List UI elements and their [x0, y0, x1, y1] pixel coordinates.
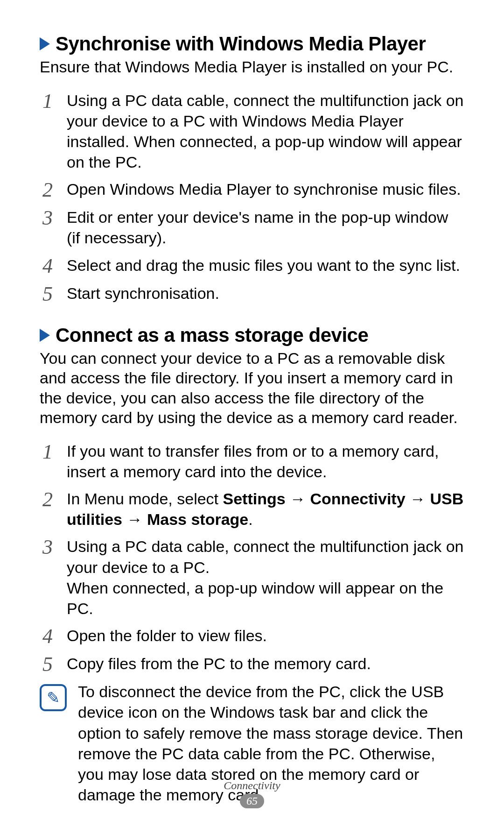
- step-number: 1: [40, 91, 56, 112]
- section-2-steps: 1 If you want to transfer files from or …: [40, 441, 464, 675]
- step-number: 4: [40, 256, 56, 276]
- page-number-badge: 65: [240, 794, 264, 808]
- step-item: 1 If you want to transfer files from or …: [40, 441, 464, 482]
- footer-section-name: Connectivity: [0, 779, 504, 792]
- step-item: 2 In Menu mode, select Settings → Connec…: [40, 488, 464, 530]
- manual-page: Synchronise with Windows Media Player En…: [0, 0, 504, 827]
- step-item: 4 Select and drag the music files you wa…: [40, 255, 464, 276]
- step-item: 2 Open Windows Media Player to synchroni…: [40, 179, 464, 200]
- step-item: 5 Start synchronisation.: [40, 283, 464, 304]
- step-item: 1 Using a PC data cable, connect the mul…: [40, 90, 464, 173]
- step-item: 5 Copy files from the PC to the memory c…: [40, 653, 464, 675]
- step-text: If you want to transfer files from or to…: [67, 441, 464, 482]
- step-item: 3 Edit or enter your device's name in th…: [40, 207, 464, 248]
- step-text: Select and drag the music files you want…: [67, 255, 464, 276]
- step-text: Using a PC data cable, connect the multi…: [67, 536, 464, 619]
- step-text: Copy files from the PC to the memory car…: [67, 653, 464, 674]
- step-item: 4 Open the folder to view files.: [40, 625, 464, 647]
- step-number: 5: [40, 654, 56, 675]
- step-text: Using a PC data cable, connect the multi…: [67, 90, 464, 173]
- step-text: Open the folder to view files.: [67, 625, 464, 646]
- step-number: 3: [40, 208, 56, 228]
- step-text-post: .: [248, 510, 252, 528]
- step-number: 2: [40, 489, 56, 510]
- section-1-title: Synchronise with Windows Media Player: [56, 33, 426, 55]
- section-2-title: Connect as a mass storage device: [56, 324, 368, 346]
- page-footer: Connectivity 65: [0, 779, 504, 808]
- step-number: 1: [40, 442, 56, 462]
- section-2-heading: Connect as a mass storage device: [40, 324, 464, 346]
- chevron-right-icon: [40, 329, 50, 342]
- step-number: 5: [40, 284, 56, 304]
- step-number: 2: [40, 180, 56, 200]
- step-text: Start synchronisation.: [67, 283, 464, 304]
- chevron-right-icon: [40, 37, 50, 50]
- section-1-heading: Synchronise with Windows Media Player: [40, 33, 464, 55]
- step-number: 3: [40, 537, 56, 558]
- note-icon: ✎: [40, 684, 67, 711]
- step-text: In Menu mode, select Settings → Connecti…: [67, 488, 464, 530]
- section-1-steps: 1 Using a PC data cable, connect the mul…: [40, 90, 464, 304]
- pencil-note-icon: ✎: [47, 690, 60, 706]
- step-text: Open Windows Media Player to synchronise…: [67, 179, 464, 199]
- step-text: Edit or enter your device's name in the …: [67, 207, 464, 248]
- step-number: 4: [40, 626, 56, 647]
- section-2-intro: You can connect your device to a PC as a…: [40, 348, 464, 428]
- step-text-pre: In Menu mode, select: [67, 490, 223, 508]
- step-item: 3 Using a PC data cable, connect the mul…: [40, 536, 464, 619]
- section-1-intro: Ensure that Windows Media Player is inst…: [40, 57, 464, 77]
